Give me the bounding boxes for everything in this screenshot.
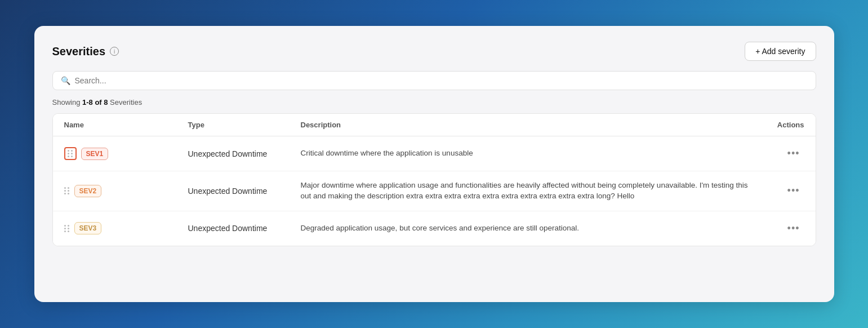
dot xyxy=(64,228,66,229)
dot xyxy=(68,193,69,194)
col-description: Description xyxy=(301,121,759,129)
col-name: Name xyxy=(64,121,188,129)
dot xyxy=(68,156,69,157)
table-row: SEV2 Unexpected Downtime Major downtime … xyxy=(53,171,816,211)
page-title: Severities xyxy=(52,45,106,58)
type-cell-sev3: Unexpected Downtime xyxy=(188,224,301,233)
desc-cell-sev2: Major downtime where application usage a… xyxy=(301,180,759,202)
col-type: Type xyxy=(188,121,301,129)
add-severity-button[interactable]: + Add severity xyxy=(745,42,816,61)
dot xyxy=(68,225,69,227)
info-icon[interactable]: i xyxy=(110,47,119,56)
drag-handle-sev1[interactable] xyxy=(64,147,77,160)
page-header: Severities i + Add severity xyxy=(52,42,816,61)
search-input[interactable] xyxy=(75,76,808,85)
name-cell-sev3: SEV3 xyxy=(64,222,188,234)
dot xyxy=(68,231,69,232)
more-actions-sev1[interactable]: ••• xyxy=(783,145,804,162)
dot xyxy=(64,193,66,194)
sev3-badge: SEV3 xyxy=(74,222,102,234)
dot xyxy=(71,150,73,152)
dot xyxy=(71,153,73,154)
dot xyxy=(64,190,66,192)
dot xyxy=(64,231,66,232)
sev2-badge: SEV2 xyxy=(74,185,102,197)
severities-table: Name Type Description Actions SEV xyxy=(52,113,816,246)
dot xyxy=(64,187,66,189)
actions-cell-sev2: ••• xyxy=(759,183,804,199)
more-actions-sev2[interactable]: ••• xyxy=(783,183,804,199)
dot xyxy=(68,228,69,229)
table-header: Name Type Description Actions xyxy=(53,114,816,136)
dot xyxy=(68,153,69,154)
dot xyxy=(64,225,66,227)
drag-dots xyxy=(64,225,70,232)
desc-cell-sev1: Critical downtime where the application … xyxy=(301,148,759,159)
type-cell-sev2: Unexpected Downtime xyxy=(188,187,301,196)
dot xyxy=(68,190,69,192)
actions-cell-sev1: ••• xyxy=(759,145,804,162)
name-cell-sev1: SEV1 xyxy=(64,147,188,160)
desc-cell-sev3: Degraded application usage, but core ser… xyxy=(301,223,759,234)
search-bar: 🔍 xyxy=(52,71,816,90)
severities-card: Severities i + Add severity 🔍 Showing 1-… xyxy=(34,26,834,302)
search-icon: 🔍 xyxy=(61,76,70,85)
dot xyxy=(71,156,73,157)
dot xyxy=(68,187,69,189)
title-group: Severities i xyxy=(52,45,119,58)
drag-dots xyxy=(68,150,73,157)
sev1-badge: SEV1 xyxy=(81,148,109,160)
more-actions-sev3[interactable]: ••• xyxy=(783,220,804,237)
name-cell-sev2: SEV2 xyxy=(64,185,188,197)
drag-dots xyxy=(64,187,70,194)
table-row: SEV3 Unexpected Downtime Degraded applic… xyxy=(53,211,816,246)
dot xyxy=(68,150,69,152)
actions-cell-sev3: ••• xyxy=(759,220,804,237)
type-cell-sev1: Unexpected Downtime xyxy=(188,149,301,158)
drag-handle-sev3[interactable] xyxy=(64,225,70,232)
drag-handle-sev2[interactable] xyxy=(64,187,70,194)
col-actions: Actions xyxy=(759,121,804,129)
table-row: SEV1 Unexpected Downtime Critical downti… xyxy=(53,136,816,171)
showing-text: Showing 1-8 of 8 Severities xyxy=(52,98,816,107)
